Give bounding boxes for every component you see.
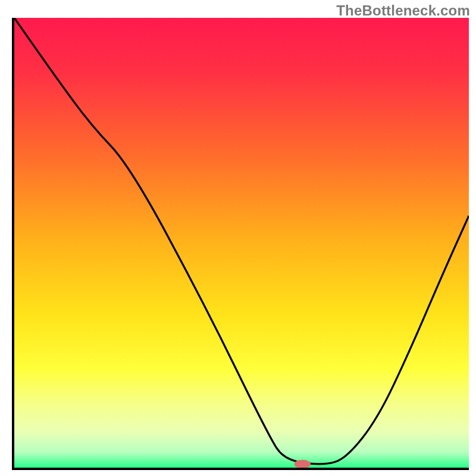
- plot-area: [12, 18, 469, 470]
- watermark-label: TheBottleneck.com: [336, 2, 470, 19]
- bottleneck-curve: [14, 18, 469, 464]
- figure-root: TheBottleneck.com: [0, 0, 476, 476]
- curve-layer: [14, 18, 469, 468]
